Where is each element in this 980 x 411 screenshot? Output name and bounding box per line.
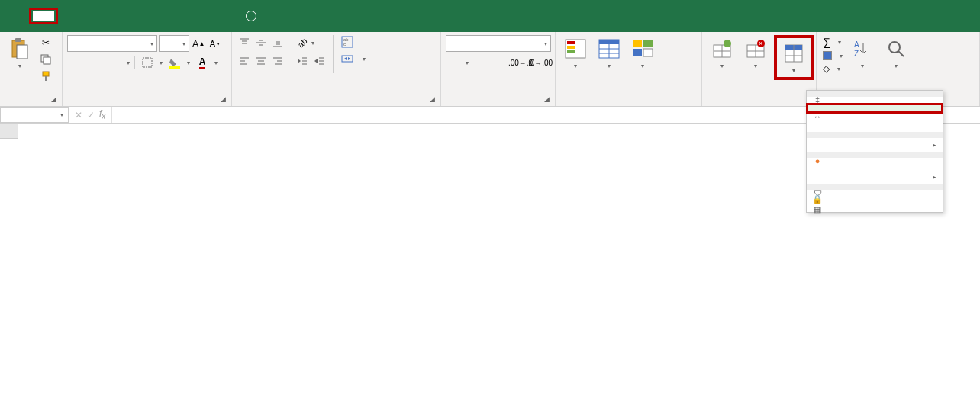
bold-button[interactable] [67,55,82,70]
merge-center-button[interactable]: ▾ [340,52,367,66]
align-middle-button[interactable] [253,35,269,50]
tab-developer[interactable] [188,11,209,21]
clipboard-dialog-launcher[interactable]: ◢ [51,95,60,104]
menu-row-height[interactable]: ‡ [807,97,943,103]
cancel-formula-button[interactable]: ✕ [75,110,82,120]
align-right-button[interactable] [270,53,285,69]
comma-format-button[interactable] [493,55,508,70]
decrease-decimal-button[interactable]: .0→.00 [533,55,548,70]
autosum-button[interactable]: ∑▾ [821,35,844,49]
tab-home[interactable] [33,11,54,21]
tab-insert[interactable] [60,11,81,21]
copy-button[interactable] [38,52,53,67]
align-top-button[interactable] [237,35,252,50]
tab-file[interactable] [6,11,27,21]
enter-formula-button[interactable]: ✓ [87,110,95,120]
format-cells-button[interactable]: ▾ [779,40,809,75]
menu-default-width[interactable] [807,126,943,132]
menu-section-protection [807,184,943,190]
menu-autofit-row-height[interactable] [808,105,941,111]
menu-tab-color[interactable]: ▸ [807,170,943,184]
svg-text:Z: Z [854,50,859,58]
tab-formulas[interactable] [102,11,124,21]
underline-button[interactable] [107,55,122,70]
font-color-button[interactable]: A [195,55,210,70]
chevron-down-icon: ▾ [179,40,185,47]
font-group-label [67,103,227,106]
menu-protect-sheet[interactable]: 🛡 [807,190,943,196]
alignment-dialog-launcher[interactable]: ◢ [430,95,439,104]
font-dialog-launcher[interactable]: ◢ [221,95,230,104]
increase-font-button[interactable]: A▲ [191,36,206,51]
borders-button[interactable] [140,55,155,70]
orientation-button[interactable]: ab [295,35,310,50]
cell-styles-button[interactable]: ▾ [627,35,658,71]
delete-cells-button[interactable]: × ▾ [740,35,771,71]
decrease-indent-button[interactable] [295,53,310,69]
chevron-down-icon: ▾ [160,59,163,66]
separator [333,35,334,73]
menu-rename-sheet[interactable]: ● [807,158,943,164]
font-name-dropdown[interactable]: ▾ [67,35,157,52]
number-dialog-launcher[interactable]: ◢ [544,95,553,104]
insert-function-button[interactable]: fx [99,108,105,120]
insert-cells-icon: + [710,37,734,61]
paste-button[interactable]: ▾ [5,35,35,71]
align-left-button[interactable] [237,53,252,69]
chevron-down-icon: ▾ [187,59,190,66]
scissors-icon: ✂ [42,37,50,48]
percent-format-button[interactable] [473,55,488,70]
font-color-icon: A [199,56,206,69]
cut-button[interactable]: ✂ [38,35,53,50]
group-cells: + ▾ × ▾ ▾ [702,32,817,106]
fill-button[interactable]: ▾ [821,50,844,61]
increase-indent-button[interactable] [311,53,327,69]
menu-format-cells[interactable]: ▦ [807,206,943,212]
menu-hide-unhide[interactable]: ▸ [807,138,943,152]
name-box[interactable]: ▾ [0,107,69,123]
svg-rect-36 [342,56,353,62]
align-center-button[interactable] [253,53,269,69]
align-bottom-button[interactable] [270,35,285,50]
clipboard-group-label [5,103,57,106]
insert-cells-button[interactable]: + ▾ [707,35,737,71]
menu-separator [807,204,943,204]
svg-rect-48 [633,49,642,56]
format-as-table-button[interactable]: ▾ [594,35,624,71]
accounting-format-button[interactable] [446,55,461,70]
styles-group-label [560,103,697,106]
tab-help[interactable] [209,11,230,21]
tab-data[interactable] [124,11,145,21]
italic-button[interactable] [87,55,102,70]
menu-lock-cell[interactable]: 🔒 [807,196,943,202]
wrap-text-icon: abc [341,36,353,48]
find-select-button[interactable]: ▾ [881,35,911,71]
paste-icon [8,37,32,61]
sort-filter-button[interactable]: AZ ▾ [847,35,878,71]
fill-color-button[interactable] [167,55,182,70]
tell-me-search[interactable] [246,11,263,21]
table-icon [597,37,621,61]
decrease-font-button[interactable]: A▼ [208,36,223,51]
menu-move-copy-sheet[interactable] [807,164,943,170]
svg-line-67 [898,51,904,56]
wrap-text-button[interactable]: abc [340,35,367,49]
tab-page-layout[interactable] [81,11,102,21]
svg-rect-40 [567,50,575,53]
menu-column-width[interactable]: ↔ [807,114,943,120]
format-painter-button[interactable] [38,69,53,84]
chevron-down-icon: ▾ [127,59,130,66]
sigma-icon: ∑ [823,36,830,48]
font-size-dropdown[interactable]: ▾ [159,35,189,52]
number-format-dropdown[interactable]: ▾ [446,35,551,52]
tab-view[interactable] [166,11,188,21]
select-all-button[interactable] [0,124,18,139]
menu-section-cell-size [807,91,943,97]
clear-button[interactable]: ◇▾ [821,63,844,75]
chevron-down-icon: ▾ [574,63,577,69]
tab-review[interactable] [145,11,166,21]
conditional-formatting-icon [563,37,588,61]
menu-autofit-column-width[interactable] [807,120,943,126]
conditional-formatting-button[interactable]: ▾ [560,35,591,71]
increase-decimal-button[interactable]: .00→.0 [513,55,528,70]
